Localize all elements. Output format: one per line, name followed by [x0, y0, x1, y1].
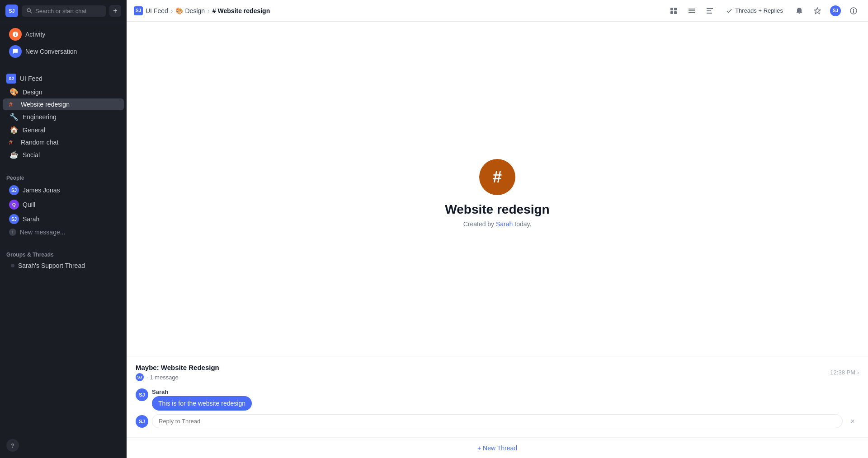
breadcrumb-ui-feed[interactable]: UI Feed	[146, 7, 168, 14]
sidebar-item-new-conversation[interactable]: New Conversation	[3, 43, 124, 60]
thread-card-header: Maybe: Website Redesign SJ · 1 message 1…	[136, 364, 859, 381]
social-emoji-icon: ☕	[9, 150, 19, 159]
topbar: SJ UI Feed › 🎨 Design › # Website redesi…	[127, 0, 868, 22]
created-suffix: today.	[514, 220, 531, 228]
thread-card: Maybe: Website Redesign SJ · 1 message 1…	[127, 356, 868, 438]
svg-rect-11	[707, 13, 712, 14]
channel-subtitle: Created by Sarah today.	[463, 220, 532, 228]
james-jonas-label: James Jonas	[23, 187, 60, 194]
search-bar[interactable]: Search or start chat	[22, 5, 106, 17]
svg-rect-2	[670, 8, 673, 10]
close-thread-button[interactable]: ×	[846, 415, 859, 428]
grid-view-button[interactable]	[666, 4, 681, 18]
message-sender: Sarah	[152, 388, 252, 395]
created-by-link[interactable]: Sarah	[496, 220, 513, 228]
hash-icon-random-chat: #	[9, 139, 17, 146]
sidebar-header: SJ Search or start chat +	[0, 0, 127, 22]
check-icon	[726, 8, 732, 14]
breadcrumb-website-redesign[interactable]: # Website redesign	[212, 7, 270, 14]
thread-left: Maybe: Website Redesign SJ · 1 message	[136, 364, 219, 381]
channel-big-hash-icon: #	[479, 159, 515, 195]
sarah-avatar: SJ	[9, 214, 19, 224]
menu-button[interactable]	[703, 4, 717, 18]
info-button[interactable]	[846, 4, 861, 18]
help-button[interactable]: ?	[6, 439, 19, 452]
activity-label: Activity	[25, 31, 45, 38]
star-button[interactable]	[810, 4, 825, 18]
sidebar-item-design[interactable]: 🎨 Design	[3, 85, 124, 98]
activity-icon	[9, 28, 22, 41]
new-conversation-label: New Conversation	[25, 48, 77, 55]
sidebar-item-sarahs-support-thread[interactable]: Sarah's Support Thread	[3, 260, 124, 271]
thread-dot-icon	[11, 264, 14, 267]
thread-time[interactable]: 12:38 PM ›	[830, 369, 859, 376]
reply-avatar: SJ	[136, 415, 148, 428]
thread-time-value: 12:38 PM	[830, 369, 855, 376]
add-button[interactable]: +	[109, 5, 121, 17]
people-section: People SJ James Jonas Q Quill SJ Sarah +…	[0, 165, 127, 242]
channels-section: SJ UI Feed 🎨 Design # Website redesign 🔧…	[0, 64, 127, 165]
sidebar-item-sarah[interactable]: SJ Sarah	[3, 212, 124, 226]
quill-label: Quill	[23, 201, 35, 208]
breadcrumb-sep-2: ›	[208, 7, 210, 14]
sidebar-item-general[interactable]: 🏠 General	[3, 123, 124, 136]
channel-intro: # Website redesign Created by Sarah toda…	[127, 22, 868, 356]
new-conversation-icon	[9, 45, 22, 58]
thread-sender-avatar: SJ	[136, 373, 144, 381]
engineering-label: Engineering	[23, 113, 57, 121]
design-emoji-icon: 🎨	[9, 88, 19, 96]
sidebar-item-random-chat[interactable]: # Random chat	[3, 136, 124, 148]
new-thread-label: + New Thread	[477, 444, 517, 452]
breadcrumb-design[interactable]: 🎨 Design	[175, 7, 205, 14]
plus-icon: +	[9, 229, 16, 236]
new-message-label: New message...	[20, 229, 65, 236]
thread-message-count: · 1 message	[146, 374, 179, 381]
threads-replies-button[interactable]: Threads + Replies	[721, 5, 788, 17]
main-content: SJ UI Feed › 🎨 Design › # Website redesi…	[127, 0, 868, 458]
topbar-actions: Threads + Replies SJ	[666, 4, 861, 18]
sidebar-item-activity[interactable]: Activity	[3, 26, 124, 43]
threads-replies-label: Threads + Replies	[735, 7, 783, 14]
ui-feed-item[interactable]: SJ UI Feed	[6, 74, 120, 84]
sidebar: SJ Search or start chat + Activity New C…	[0, 0, 127, 458]
sidebar-item-engineering[interactable]: 🔧 Engineering	[3, 110, 124, 123]
sidebar-item-website-redesign[interactable]: # Website redesign	[3, 98, 124, 110]
thread-section: Maybe: Website Redesign SJ · 1 message 1…	[127, 356, 868, 438]
quill-avatar: Q	[9, 200, 19, 210]
sidebar-top-section: Activity New Conversation	[0, 22, 127, 64]
svg-line-1	[30, 12, 32, 14]
svg-marker-12	[814, 8, 821, 14]
thread-card-title[interactable]: Maybe: Website Redesign	[136, 364, 219, 371]
message-bubble: This is for the website redesign	[152, 396, 252, 411]
channels-section-header: SJ UI Feed	[0, 67, 127, 85]
thread-meta: SJ · 1 message	[136, 373, 219, 381]
workspace-avatar[interactable]: SJ	[5, 5, 18, 17]
groups-section: Groups & Threads Sarah's Support Thread	[0, 242, 127, 275]
sidebar-item-james-jonas[interactable]: SJ James Jonas	[3, 183, 124, 197]
ui-feed-icon: SJ	[6, 74, 16, 84]
svg-rect-5	[674, 11, 677, 14]
reply-row: SJ ×	[136, 412, 859, 430]
avatar-button[interactable]: SJ	[828, 4, 843, 18]
svg-point-0	[27, 9, 30, 12]
sarah-label: Sarah	[23, 215, 39, 223]
website-redesign-label: Website redesign	[21, 101, 70, 108]
svg-rect-10	[707, 10, 711, 11]
ui-feed-label: UI Feed	[20, 75, 42, 82]
james-jonas-avatar: SJ	[9, 185, 19, 195]
user-avatar: SJ	[830, 5, 841, 16]
reply-input[interactable]	[152, 414, 843, 428]
new-message-item[interactable]: + New message...	[3, 226, 124, 238]
new-thread-bar[interactable]: + New Thread	[127, 438, 868, 458]
svg-rect-7	[689, 10, 695, 11]
svg-rect-8	[689, 12, 695, 13]
message-avatar: SJ	[136, 388, 148, 401]
groups-section-header: Groups & Threads	[0, 245, 127, 260]
sidebar-item-quill[interactable]: Q Quill	[3, 197, 124, 212]
breadcrumb: SJ UI Feed › 🎨 Design › # Website redesi…	[134, 6, 663, 15]
list-view-button[interactable]	[684, 4, 699, 18]
svg-rect-6	[689, 9, 695, 9]
bell-button[interactable]	[792, 4, 807, 18]
design-label: Design	[23, 89, 42, 96]
sidebar-item-social[interactable]: ☕ Social	[3, 148, 124, 161]
